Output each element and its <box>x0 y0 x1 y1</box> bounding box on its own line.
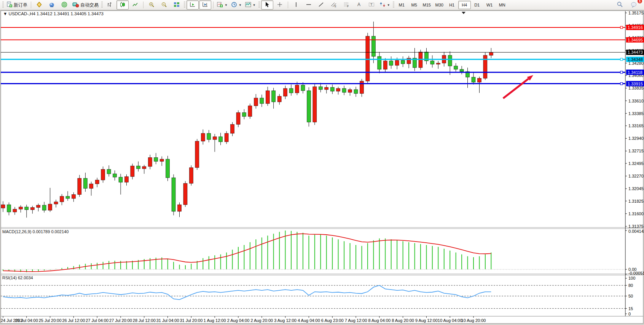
candle-bull <box>225 133 228 142</box>
dropdown-caret: ▼ <box>387 3 390 7</box>
candle-bull <box>101 169 105 180</box>
timeframe-m15[interactable]: M15 <box>421 1 433 9</box>
timeframe-mn[interactable]: MN <box>496 1 509 9</box>
timeframe-m5[interactable]: M5 <box>408 1 421 9</box>
line-chart-icon <box>132 2 138 9</box>
signal-icon <box>61 2 67 9</box>
timeframe-m1[interactable]: M1 <box>395 1 408 9</box>
market-watch-button[interactable] <box>33 0 45 10</box>
candle-bear <box>113 174 117 177</box>
candle-bear <box>42 205 46 210</box>
price-tick-label: 1.32495 <box>628 161 644 166</box>
toolbar-grip <box>258 2 260 8</box>
zoom-in-icon <box>148 2 155 9</box>
candle-bull <box>189 168 193 183</box>
templates-button[interactable]: ▼ <box>244 0 257 10</box>
horizontal-line-button[interactable] <box>303 0 315 10</box>
date-tick-label: 9 Aug 12:00 <box>415 318 438 323</box>
candle-bull <box>266 91 269 104</box>
trendline-icon <box>318 2 324 9</box>
candle-bear <box>472 77 475 82</box>
indicators-button[interactable]: ▼ <box>215 0 229 10</box>
price-tick-label: 1.32715 <box>628 149 644 153</box>
auto-trading-label: 自动交易 <box>80 2 99 8</box>
date-tick-label: 4 Aug 04:00 <box>298 318 320 323</box>
hline-handle[interactable] <box>620 26 623 29</box>
hline-price-tag-label: 1.33915 <box>628 82 643 86</box>
bar-chart-mode-button[interactable] <box>104 0 116 10</box>
search-button[interactable] <box>614 0 626 10</box>
candle-bull <box>313 87 317 122</box>
candle-bull <box>213 137 217 139</box>
candle-bear <box>272 91 276 102</box>
monitor-icon <box>49 2 55 9</box>
signals-button[interactable] <box>58 0 70 10</box>
timeframe-m30[interactable]: M30 <box>433 1 446 9</box>
candle-bear <box>460 69 464 72</box>
timeframe-h4[interactable]: H4 <box>458 1 471 9</box>
auto-trading-button[interactable]: 自动交易 <box>71 0 100 10</box>
candle-bear <box>342 88 346 92</box>
candle-bull <box>248 106 252 117</box>
vertical-line-button[interactable] <box>290 0 302 10</box>
price-tick-label: 1.33165 <box>628 123 644 128</box>
arrows-button[interactable]: ▼ <box>378 0 392 10</box>
text-icon: A <box>356 2 362 9</box>
mt4-window: { "toolbar": { "new_order": "新订单", "auto… <box>0 0 644 325</box>
text-label-button[interactable]: T <box>365 0 378 10</box>
candle-bull <box>131 166 134 176</box>
date-tick-label: 26 Jul 12:00 <box>62 318 85 323</box>
candle-bull <box>277 96 281 102</box>
hline-handle[interactable] <box>620 58 623 61</box>
rsi-axis-label: 80 <box>628 283 633 288</box>
date-tick-label: 10 Aug 04:00 <box>438 318 462 323</box>
fibonacci-button[interactable]: F <box>340 0 352 10</box>
hline-handle[interactable] <box>620 83 623 85</box>
chart-window[interactable]: 1.351751.349501.347301.345051.342801.340… <box>0 10 644 325</box>
candle-bear <box>172 178 175 211</box>
text-button[interactable]: A <box>353 0 365 10</box>
candle-bear <box>307 91 311 122</box>
candlestick-mode-button[interactable] <box>116 0 129 10</box>
candle-bull <box>89 184 93 189</box>
trendline-button[interactable] <box>315 0 327 10</box>
timeframe-w1[interactable]: W1 <box>483 1 496 9</box>
periods-button[interactable]: ▼ <box>230 0 243 10</box>
candle-bull <box>383 61 387 69</box>
price-tick-label: 1.31375 <box>628 224 644 229</box>
chart-window-frame <box>1 11 643 323</box>
channel-button[interactable]: E <box>328 0 340 10</box>
timeframe-d1[interactable]: D1 <box>471 1 483 9</box>
new-order-button[interactable]: 新订单 <box>5 0 29 10</box>
price-tick-label: 1.32270 <box>628 174 644 178</box>
zoom-out-button[interactable] <box>158 0 170 10</box>
hline-handle[interactable] <box>620 71 623 74</box>
channel-icon: E <box>331 2 337 9</box>
toolbar-grip <box>393 2 394 8</box>
terminal-button[interactable] <box>46 0 58 10</box>
candle-bear <box>119 177 123 182</box>
date-tick-label: 8 Aug 04:00 <box>368 318 391 323</box>
chat-button[interactable]: 1 <box>628 0 640 10</box>
chart-shift-button[interactable] <box>199 0 211 10</box>
candle-bear <box>319 87 322 90</box>
crosshair-button[interactable] <box>274 0 286 10</box>
zoom-in-button[interactable] <box>145 0 158 10</box>
tile-windows-button[interactable] <box>171 0 183 10</box>
candle-bull <box>72 195 75 199</box>
timeframe-h1[interactable]: H1 <box>446 1 458 9</box>
date-tick-label: 6 Aug 23:00 <box>321 318 344 323</box>
cursor-button[interactable] <box>261 0 273 10</box>
tile-windows-icon <box>174 2 180 9</box>
auto-scroll-button[interactable] <box>187 0 199 10</box>
price-tick-label: 1.33610 <box>628 99 644 103</box>
line-chart-mode-button[interactable] <box>129 0 141 10</box>
candle-bull <box>395 60 399 65</box>
candle-bear <box>166 159 170 178</box>
candle-bear <box>301 85 305 91</box>
macd-label: MACD(12,26,9) 0.001789 0.002140 <box>2 229 69 234</box>
date-tick-label: 31 Jul 20:00 <box>180 318 202 323</box>
toolbar-grip <box>2 2 4 8</box>
candle-bear <box>154 157 158 161</box>
hline-price-tag-label: 1.34473 <box>628 50 643 54</box>
